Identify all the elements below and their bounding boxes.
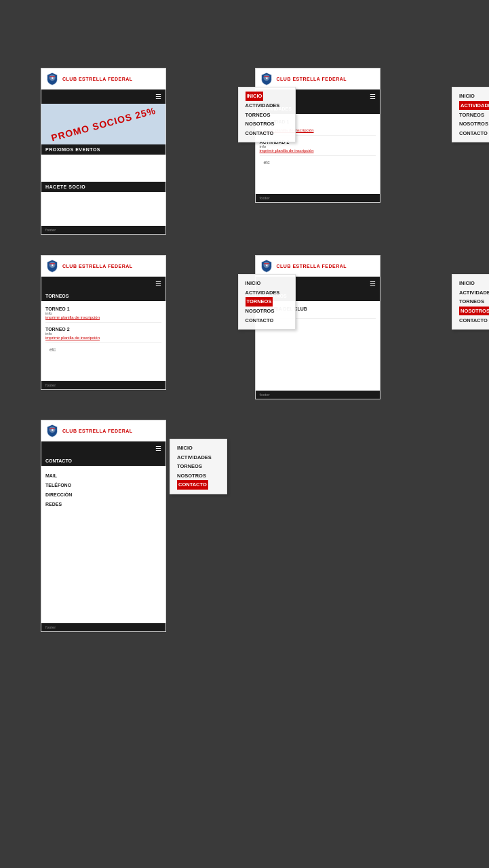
torneos-etc: etc (45, 344, 161, 378)
dropdown-nosotros: INICIO ACTIVIDADES TORNEOS NOSOTROS CONT… (452, 274, 489, 330)
header-torneos: ★ CLUB ESTRELLA FEDERAL (41, 256, 165, 277)
contact-fields: MAIL TELÉFONO DIRECCIÓN REDES (45, 469, 161, 512)
dropdown-item-inicio-tor[interactable]: INICIO (246, 279, 288, 288)
dropdown-item-torneos-home[interactable]: TORNEOS (246, 111, 288, 120)
contact-mail: MAIL (45, 471, 161, 481)
hamburger-icon-contacto[interactable]: ☰ (155, 445, 161, 452)
torneo-2: TORNEO 2 info imprimir planilla de inscr… (45, 324, 161, 343)
actividad-2-link[interactable]: imprimir planilla de inscripción (260, 149, 376, 153)
dropdown-item-inicio-nos[interactable]: INICIO (459, 279, 489, 288)
dropdown-item-contacto-tor[interactable]: CONTACTO (246, 316, 288, 326)
section-torneos-header: TORNEOS (41, 291, 165, 301)
torneos-content: TORNEO 1 info imprimir planilla de inscr… (41, 301, 165, 381)
dropdown-item-inicio-home[interactable]: INICIO (246, 92, 264, 101)
promo-text: PROMO SOCIOS 25% (50, 105, 157, 144)
navbar-home: ☰ (41, 90, 165, 104)
section-contacto-header: CONTACTO (41, 456, 165, 466)
hero-section: PROMO SOCIOS 25% (41, 104, 165, 144)
club-name-torneos: CLUB ESTRELLA FEDERAL (62, 264, 133, 269)
dropdown-item-torneos-act[interactable]: TORNEOS (459, 111, 489, 120)
screen-torneos: ★ CLUB ESTRELLA FEDERAL ☰ TORNEOS TORNEO… (41, 255, 235, 390)
dropdown-item-contacto-act[interactable]: CONTACTO (459, 129, 489, 138)
dropdown-item-inicio-con[interactable]: INICIO (177, 443, 220, 453)
dropdown-item-nosotros-con[interactable]: NOSOTROS (177, 471, 220, 481)
dropdown-torneos: INICIO ACTIVIDADES TORNEOS NOSOTROS CONT… (238, 274, 296, 330)
section-hacete-socio: HACETE SOCIO (41, 182, 165, 192)
contact-redes: REDES (45, 500, 161, 509)
torneo-2-title: TORNEO 2 (45, 327, 161, 332)
dropdown-item-nosotros-nos[interactable]: NOSOTROS (459, 307, 489, 316)
dropdown-item-actividades-con[interactable]: ACTIVIDADES (177, 453, 220, 462)
club-name-home: CLUB ESTRELLA FEDERAL (62, 77, 133, 81)
hamburger-icon-torneos[interactable]: ☰ (155, 280, 161, 288)
footer-actividades: footer (256, 194, 380, 202)
screen-contacto: ★ CLUB ESTRELLA FEDERAL ☰ CONTACTO MAIL … (41, 420, 166, 632)
contacto-spacer (45, 512, 161, 620)
dropdown-home: INICIO ACTIVIDADES TORNEOS NOSOTROS CONT… (238, 87, 296, 142)
dropdown-item-contacto-nos[interactable]: CONTACTO (459, 316, 489, 326)
phone-frame-home: ★ CLUB ESTRELLA FEDERAL ☰ PROMO SOCIOS 2… (41, 68, 166, 235)
contact-telefono: TELÉFONO (45, 481, 161, 490)
proximos-eventos-content (41, 155, 165, 182)
dropdown-item-nosotros-tor[interactable]: NOSOTROS (246, 307, 288, 316)
nosotros-spacer (260, 320, 376, 388)
hacete-socio-content (41, 192, 165, 226)
dropdown-item-actividades-home[interactable]: ACTIVIDADES (246, 101, 288, 111)
torneo-1-title: TORNEO 1 (45, 307, 161, 311)
dropdown-item-actividades-nos[interactable]: ACTIVIDADES (459, 288, 489, 298)
footer-contacto: footer (41, 623, 165, 631)
club-name-actividades: CLUB ESTRELLA FEDERAL (277, 77, 347, 81)
section-proximos-eventos: PROXIMOS EVENTOS (41, 144, 165, 155)
footer-home: footer (41, 226, 165, 234)
dropdown-item-torneos-con[interactable]: TORNEOS (177, 462, 220, 471)
header-contacto: ★ CLUB ESTRELLA FEDERAL (41, 420, 165, 441)
dropdown-item-contacto-con[interactable]: CONTACTO (177, 480, 208, 490)
club-name-nosotros: CLUB ESTRELLA FEDERAL (277, 264, 347, 269)
dropdown-item-actividades-act[interactable]: ACTIVIDADES (459, 101, 489, 111)
club-name-contacto: CLUB ESTRELLA FEDERAL (62, 429, 133, 433)
bottom-row: ★ CLUB ESTRELLA FEDERAL ☰ CONTACTO MAIL … (41, 420, 448, 632)
hamburger-icon-nosotros[interactable]: ☰ (370, 280, 376, 288)
logo-icon-torneos: ★ (45, 259, 59, 273)
navbar-torneos: ☰ (41, 277, 165, 291)
hamburger-icon-actividades[interactable]: ☰ (370, 93, 376, 100)
phone-frame-contacto: ★ CLUB ESTRELLA FEDERAL ☰ CONTACTO MAIL … (41, 420, 166, 632)
torneo-1-link[interactable]: imprimir planilla de inscripción (45, 315, 161, 319)
torneo-1: TORNEO 1 info imprimir planilla de inscr… (45, 304, 161, 323)
logo-icon: ★ (45, 72, 59, 85)
logo-icon-nosotros: ★ (260, 259, 273, 273)
footer-nosotros: footer (256, 391, 380, 399)
dropdown-actividades: INICIO ACTIVIDADES TORNEOS NOSOTROS CONT… (452, 87, 489, 142)
footer-torneos: footer (41, 381, 165, 389)
contact-direccion: DIRECCIÓN (45, 490, 161, 500)
contacto-content: MAIL TELÉFONO DIRECCIÓN REDES (41, 466, 165, 623)
dropdown-item-nosotros-act[interactable]: NOSOTROS (459, 119, 489, 129)
dropdown-item-contacto-home[interactable]: CONTACTO (246, 129, 288, 138)
logo-icon-actividades: ★ (260, 72, 273, 85)
logo-icon-contacto: ★ (45, 424, 59, 437)
screen-home: ★ CLUB ESTRELLA FEDERAL ☰ PROMO SOCIOS 2… (41, 68, 235, 235)
dropdown-item-actividades-tor[interactable]: ACTIVIDADES (246, 288, 288, 298)
header-home: ★ CLUB ESTRELLA FEDERAL (41, 68, 165, 90)
torneo-2-link[interactable]: imprimir planilla de inscripción (45, 336, 161, 340)
hamburger-icon[interactable]: ☰ (155, 93, 161, 100)
dropdown-item-nosotros-home[interactable]: NOSOTROS (246, 119, 288, 129)
navbar-contacto: ☰ (41, 441, 165, 456)
actividades-etc: etc (260, 157, 376, 191)
dropdown-contacto: INICIO ACTIVIDADES TORNEOS NOSOTROS CONT… (170, 439, 227, 494)
phone-frame-torneos: ★ CLUB ESTRELLA FEDERAL ☰ TORNEOS TORNEO… (41, 255, 166, 390)
dropdown-item-torneos-nos[interactable]: TORNEOS (459, 297, 489, 307)
dropdown-item-torneos-tor[interactable]: TORNEOS (246, 297, 273, 307)
dropdown-item-inicio-act[interactable]: INICIO (459, 92, 489, 101)
